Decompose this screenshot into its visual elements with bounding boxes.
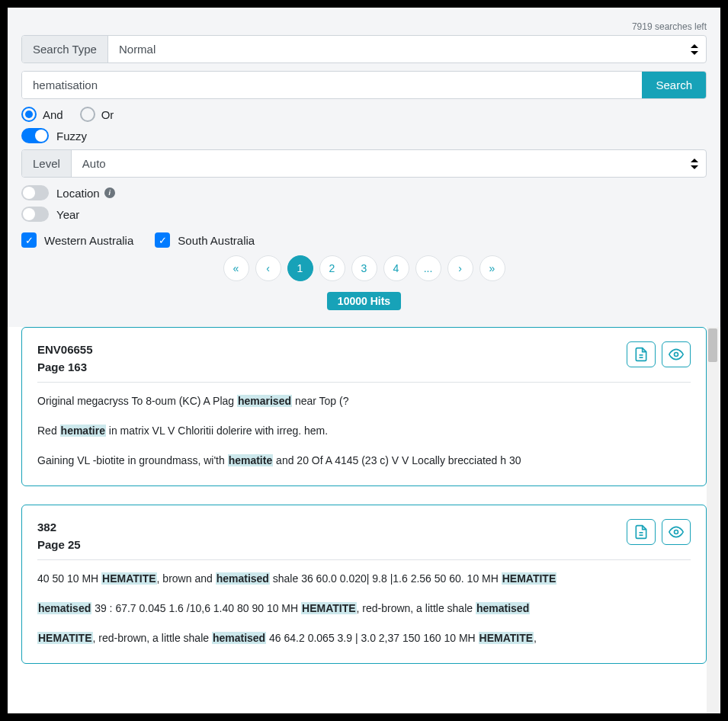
page-btn-1[interactable]: 1 [287,255,313,281]
radio-and-label: And [43,108,63,121]
page-btn-3[interactable]: 3 [351,255,377,281]
result-id: ENV06655 [37,341,93,359]
highlight: hematised [476,602,530,614]
search-input[interactable] [22,72,642,98]
page-btn-›[interactable]: › [447,255,473,281]
level-label: Level [22,150,72,177]
toggle-year-label: Year [56,208,79,221]
pagination: «‹1234...›» [21,255,707,281]
highlight: hematire [60,425,106,437]
svg-point-5 [675,530,678,534]
check-western-australia[interactable]: ✓ Western Australia [21,232,133,248]
search-type-select[interactable]: Normal [108,36,706,62]
result-snippet: hematised 39 : 67.7 0.045 1.6 /10,6 1.40… [37,601,691,617]
searches-remaining: 7919 searches left [21,21,707,32]
sort-icon [691,44,698,55]
result-page: Page 163 [37,359,93,377]
page-btn-4[interactable]: 4 [383,255,409,281]
results-list[interactable]: ENV06655Page 163Original megacryss To 8-… [8,327,720,713]
view-button[interactable] [662,341,691,367]
highlight: hematised [37,602,91,614]
highlight: HEMATITE [301,602,357,614]
result-id: 382 [37,519,81,537]
search-type-label: Search Type [22,36,108,62]
page-btn-«[interactable]: « [223,255,249,281]
page-btn-...[interactable]: ... [415,255,441,281]
info-icon: i [104,187,115,198]
file-icon [633,347,649,362]
toggle-location-label: Location i [56,187,115,200]
highlight: hematised [216,572,270,585]
toggle-year[interactable] [21,207,49,222]
page-btn-‹[interactable]: ‹ [255,255,281,281]
search-row: Search [21,71,707,99]
radio-or-label: Or [101,108,114,121]
level-value: Auto [82,157,691,170]
svg-point-2 [675,353,678,357]
result-card: 382Page 2540 50 10 MH HEMATITE, brown an… [21,505,707,664]
result-card: ENV06655Page 163Original megacryss To 8-… [21,327,707,486]
result-page: Page 25 [37,537,81,554]
check-wa-label: Western Australia [44,234,133,247]
result-snippet: Gaining VL -biotite in groundmass, wi'th… [37,453,691,469]
highlight: hematite [228,454,274,466]
document-button[interactable] [627,519,656,545]
file-icon [633,524,649,540]
highlight: hemarised [237,395,292,407]
eye-icon [669,347,684,362]
radio-and[interactable]: And [21,107,63,122]
toggle-fuzzy[interactable] [21,128,49,143]
sort-icon [691,159,698,169]
check-sa-label: South Australia [178,234,255,247]
highlight: HEMATITE [37,632,93,644]
level-select[interactable]: Auto [72,150,706,177]
view-button[interactable] [662,519,691,545]
document-button[interactable] [627,341,656,367]
toggle-location[interactable] [21,185,49,200]
result-snippet: HEMATITE, red-brown, a little shale hema… [37,630,691,646]
toggle-fuzzy-label: Fuzzy [56,130,87,143]
scrollbar[interactable] [707,327,719,713]
search-type-value: Normal [119,43,691,56]
page-btn-2[interactable]: 2 [319,255,345,281]
highlight: HEMATITE [101,572,157,585]
result-snippet: 40 50 10 MH HEMATITE, brown and hematise… [37,571,691,587]
result-snippet: Red hematire in matrix VL V Chloritii do… [37,423,691,439]
page-btn-»[interactable]: » [479,255,505,281]
hits-badge: 10000 Hits [21,292,707,310]
scrollbar-thumb[interactable] [708,328,717,362]
result-snippet: Original megacryss To 8-oum (KC) A Plag … [37,393,691,409]
eye-icon [669,524,684,540]
highlight: HEMATITE [502,572,557,585]
highlight: HEMATITE [479,632,534,644]
level-group: Level Auto [21,149,707,178]
search-button[interactable]: Search [642,72,706,98]
radio-or[interactable]: Or [80,107,114,122]
search-type-group: Search Type Normal [21,35,707,63]
highlight: hematised [212,632,266,644]
check-south-australia[interactable]: ✓ South Australia [155,232,255,248]
